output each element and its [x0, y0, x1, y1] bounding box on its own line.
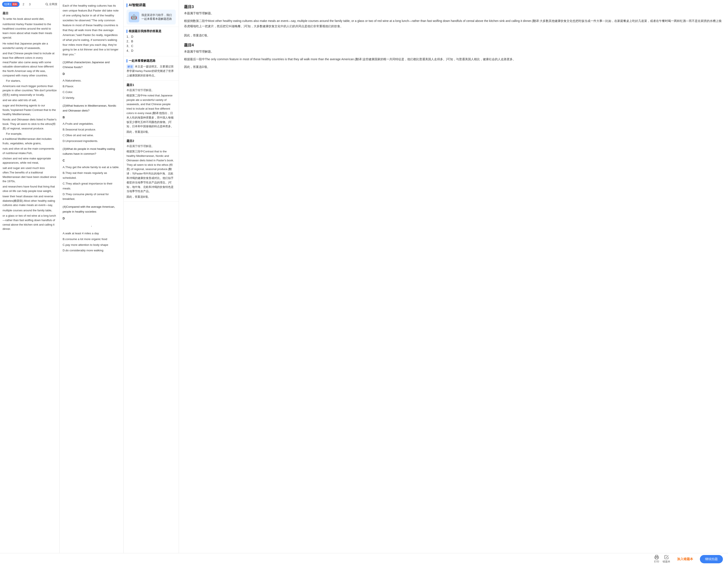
q4-opt-d: D.do considerably more walking: [63, 248, 120, 253]
ai-recommend-title: 根据题目我推荐的答案是: [127, 29, 176, 33]
q3-options: A.They get the whole family to eat at a …: [63, 165, 120, 202]
ai-solution-title: 一起来看看解题思路: [127, 59, 176, 63]
section-title: 题目: [3, 11, 57, 16]
q3-opt-d: D.They consume plenty of cereal for brea…: [63, 192, 120, 202]
q2-block-subtitle: 本题属于细节理解题。: [127, 144, 176, 148]
tab-3-btn[interactable]: 3: [27, 2, 32, 7]
q2-text: (2)What features in Mediterranean, Nordi…: [63, 103, 120, 113]
intro-paragraph: Each of the healthy eating cultures has …: [63, 3, 120, 57]
q3-conclusion: 因此，答案选C项。: [184, 34, 723, 37]
jiedu-badge: 解读: [127, 65, 134, 69]
q2-section: (2)What features in Mediterranean, Nordi…: [63, 103, 120, 144]
para-15: and researchers have found that living t…: [3, 185, 57, 194]
q3-num: 题目3: [184, 4, 723, 9]
q2-block: 题目2 本题属于细节理解题。 根据第三段中Contrast that to th…: [124, 137, 179, 202]
q2-opt-a: A.Fruits and vegetables.: [63, 122, 120, 126]
q1-options: A.Naturalness. B.Flavor. C.Color. D.Vari…: [63, 78, 120, 101]
q1-text: (1)What characterizes Japanese and Chine…: [63, 60, 120, 70]
error-btn[interactable]: 错题本: [663, 555, 670, 564]
para-11: a traditional Mediterranean diet include…: [3, 137, 57, 146]
q4-analysis: 根据最后一段中The only common feature in most o…: [184, 57, 723, 62]
q1-opt-d: D.Variety.: [63, 96, 120, 101]
recommend-4: 4、D: [127, 49, 176, 53]
q1-block: 题目1 本题属于细节理解题。 根据第二段中He noted that Japan…: [124, 81, 179, 137]
search-all-btn[interactable]: 全网搜: [45, 2, 57, 6]
intro-text: Each of the healthy eating cultures has …: [63, 3, 120, 57]
para-6: Americans eat much bigger portions than …: [3, 84, 57, 97]
search-all-label: 全网搜: [49, 2, 57, 6]
para-1: To write his book about world diet,: [3, 17, 57, 21]
ai-solution-section: 一起来看看解题思路 解读本文是一篇说明文。主要通过营养学家Harley Past…: [124, 56, 179, 81]
para-10: For example,: [3, 132, 57, 136]
left-content: 题目 To write his book about world diet, n…: [0, 9, 59, 565]
q3-type: 本题属于细节理解题。: [184, 11, 723, 15]
continue-btn[interactable]: 继续拍题: [700, 555, 723, 563]
svg-line-1: [47, 5, 48, 6]
para-13: chicken and red wine make appropriate ap…: [3, 157, 57, 165]
para-18: or a glass or two of red wine at a long …: [3, 214, 57, 231]
para-16: lower their heart disease risk and rever…: [3, 194, 57, 208]
q1-block-analysis: 根据第二段中He noted that Japanese people ate …: [127, 93, 176, 129]
q4-text: (4)Compared with the average American, p…: [63, 205, 120, 214]
print-btn[interactable]: 打印: [654, 555, 659, 564]
top-bar: 结果1 视频 2 3 全网搜: [0, 0, 59, 9]
q3-opt-a: A.They get the whole family to eat at a …: [63, 165, 120, 170]
q3-opt-c: C.They attach great importance to their …: [63, 181, 120, 191]
ai-panel: AI智能讲题 🤖 我是英语学习助手，我们一起来看看本题解题思路 根据题目我推荐的…: [124, 0, 179, 565]
para-17: multiple courses around the family table…: [3, 208, 57, 213]
svg-rect-3: [656, 558, 658, 559]
para-5: For starters,: [3, 79, 57, 83]
q4-section: (4)Compared with the average American, p…: [63, 205, 120, 253]
q3-section: (3)What do people in most healthy eating…: [63, 147, 120, 202]
result-btn[interactable]: 结果1 视频: [2, 2, 20, 7]
svg-point-0: [46, 3, 48, 5]
q4-opt-a: A.walk at least 4 miles a day: [63, 231, 120, 236]
q3-analysis: 根据倒数第二段中Most other healthy eating cultur…: [184, 18, 723, 29]
q1-answer: D: [63, 72, 120, 77]
q1-block-conclusion: 因此，答案选D项。: [127, 130, 176, 134]
q4-options: A.walk at least 4 miles a day B.consume …: [63, 231, 120, 253]
q3-answer: C: [63, 158, 120, 163]
q1-opt-c: C.Color.: [63, 90, 120, 95]
q1-section: (1)What characterizes Japanese and Chine…: [63, 60, 120, 100]
join-btn[interactable]: 加入错题本: [674, 555, 696, 563]
ai-bot-icon: 🤖: [129, 12, 139, 22]
q2-opt-b: B.Seasonal local produce.: [63, 127, 120, 132]
para-3: He noted that Japanese people ate a wond…: [3, 42, 57, 50]
ai-bot-text: 我是英语学习助手，我们一起来看看本题解题思路: [141, 13, 174, 21]
para-7: and we also add lots of salt,: [3, 98, 57, 103]
bottom-bar: 打印 错题本 加入错题本 继续拍题: [0, 553, 728, 565]
q2-opt-c: C.Olive oil and red wine.: [63, 133, 120, 138]
ai-header-title: AI智能讲题: [127, 3, 176, 7]
error-icon: [664, 555, 669, 559]
tab-2-btn[interactable]: 2: [21, 2, 26, 7]
recommend-3: 3、C: [127, 44, 176, 48]
recommend-2: 2、B: [127, 40, 176, 43]
para-9: Nordic and Okinawan diets listed in Past…: [3, 118, 57, 131]
q1-opt-b: B.Flavor.: [63, 84, 120, 89]
para-8: sugar and thickening agents to our foods…: [3, 103, 57, 117]
search-icon: [45, 3, 48, 6]
q4-conclusion: 因此，答案选D项。: [184, 65, 723, 69]
para-12: nuts and olive oil as the main component…: [3, 147, 57, 156]
q4-num: 题目4: [184, 43, 723, 48]
q2-opt-d: D.Unprocessed ingredients.: [63, 139, 120, 144]
ai-recommend-section: 根据题目我推荐的答案是 1、D 2、B 3、C 4、D: [124, 27, 179, 56]
ai-header: AI智能讲题 🤖 我是英语学习助手，我们一起来看看本题解题思路: [124, 0, 179, 27]
q4-answer: D: [63, 216, 120, 221]
q4-type: 本题属于细节理解题。: [184, 50, 723, 54]
ai-bot-row: 🤖 我是英语学习助手，我们一起来看看本题解题思路: [127, 10, 176, 24]
print-label: 打印: [654, 560, 659, 564]
q2-options: A.Fruits and vegetables. B.Seasonal loca…: [63, 122, 120, 144]
far-right-panel: 题目3 本题属于细节理解题。 根据倒数第二段中Most other health…: [179, 0, 728, 565]
result-label: 结果1: [4, 2, 11, 6]
q2-block-analysis: 根据第三段中Contrast that to the healthy Medit…: [127, 149, 176, 194]
q2-answer: B: [63, 115, 120, 120]
q3-opt-b: B.They eat their meals regularly as sche…: [63, 171, 120, 181]
solution-text: 解读本文是一篇说明文。主要通过营养学家Harley Paster的研究阐述了世界…: [127, 65, 176, 78]
q2-block-conclusion: 因此，答案选B项。: [127, 195, 176, 199]
middle-panel: Each of the healthy eating cultures has …: [60, 0, 124, 565]
q2-block-title: 题目2: [127, 139, 176, 143]
q4-opt-c: C.pay more attention to body shape: [63, 243, 120, 248]
para-4: and that Chinese people tried to include…: [3, 51, 57, 78]
